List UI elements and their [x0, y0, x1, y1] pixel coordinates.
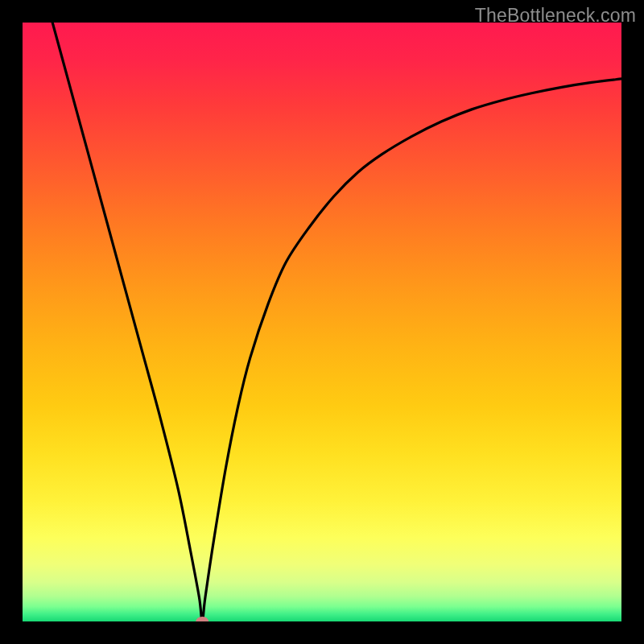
gradient-background — [23, 23, 621, 621]
chart-frame: TheBottleneck.com — [0, 0, 644, 644]
chart-svg — [23, 23, 621, 621]
plot-area — [23, 23, 621, 621]
watermark-text: TheBottleneck.com — [475, 5, 636, 27]
